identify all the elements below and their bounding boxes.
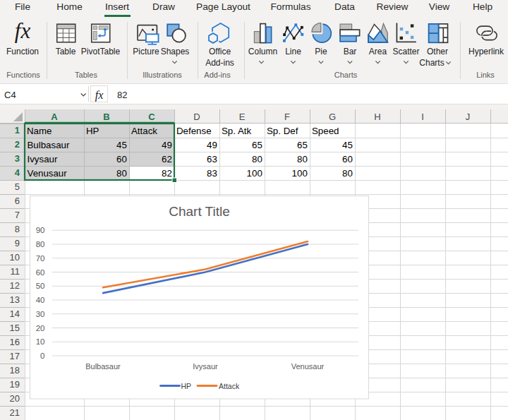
svg-text:20: 20	[10, 393, 20, 404]
svg-text:HP: HP	[181, 382, 192, 390]
svg-text:80: 80	[36, 240, 45, 248]
svg-text:83: 83	[207, 168, 217, 179]
svg-text:16: 16	[10, 337, 20, 347]
svg-text:E: E	[239, 112, 246, 122]
svg-text:5: 5	[15, 181, 20, 192]
svg-text:10: 10	[36, 337, 45, 346]
svg-text:14: 14	[10, 308, 20, 319]
svg-text:Sp. Def: Sp. Def	[267, 126, 298, 136]
svg-text:Bulbasaur: Bulbasaur	[28, 140, 70, 150]
svg-text:fx: fx	[95, 89, 104, 102]
svg-text:Defense: Defense	[176, 126, 212, 136]
svg-text:62: 62	[162, 154, 172, 164]
svg-text:F: F	[284, 112, 290, 122]
svg-text:10: 10	[10, 252, 20, 263]
svg-text:60: 60	[116, 154, 127, 164]
svg-text:J: J	[466, 112, 471, 122]
svg-text:15: 15	[10, 323, 20, 333]
svg-text:Attack: Attack	[219, 382, 240, 390]
svg-text:9: 9	[15, 238, 20, 248]
svg-text:11: 11	[11, 266, 20, 277]
svg-text:20: 20	[36, 324, 45, 332]
svg-text:45: 45	[342, 140, 353, 150]
svg-text:49: 49	[207, 140, 217, 150]
svg-text:80: 80	[342, 168, 353, 179]
svg-text:C: C	[148, 112, 155, 122]
svg-text:40: 40	[36, 296, 45, 304]
svg-text:50: 50	[36, 282, 45, 290]
svg-text:A: A	[51, 112, 58, 122]
svg-text:49: 49	[162, 140, 172, 150]
svg-text:G: G	[329, 112, 336, 122]
svg-text:60: 60	[342, 154, 353, 164]
svg-text:6: 6	[15, 196, 20, 206]
svg-text:Venusaur: Venusaur	[291, 362, 325, 371]
svg-text:80: 80	[297, 154, 308, 164]
svg-text:Speed: Speed	[312, 126, 339, 136]
svg-text:30: 30	[36, 310, 45, 318]
svg-text:82: 82	[162, 168, 172, 179]
svg-text:12: 12	[10, 280, 20, 291]
svg-text:63: 63	[207, 154, 217, 164]
svg-text:Attack: Attack	[131, 126, 157, 136]
svg-text:2: 2	[15, 139, 20, 150]
svg-text:65: 65	[297, 140, 308, 150]
svg-text:21: 21	[10, 407, 20, 418]
svg-text:H: H	[374, 112, 380, 122]
svg-text:Name: Name	[27, 126, 52, 136]
svg-text:17: 17	[10, 351, 20, 361]
svg-text:13: 13	[10, 294, 20, 305]
svg-text:100: 100	[247, 168, 262, 179]
svg-text:Chart Title: Chart Title	[169, 204, 230, 219]
svg-text:fx: fx	[15, 18, 31, 43]
svg-text:0: 0	[40, 352, 44, 360]
svg-text:60: 60	[36, 268, 45, 277]
svg-text:45: 45	[116, 140, 127, 150]
svg-text:4: 4	[15, 167, 20, 178]
svg-text:I: I	[421, 112, 424, 122]
svg-text:70: 70	[36, 254, 45, 263]
svg-text:7: 7	[15, 210, 20, 220]
svg-text:Sp. Atk: Sp. Atk	[222, 126, 251, 136]
svg-text:D: D	[193, 112, 200, 122]
svg-text:8: 8	[15, 224, 20, 234]
svg-text:18: 18	[10, 365, 20, 376]
svg-text:65: 65	[252, 140, 262, 150]
svg-text:HP: HP	[86, 126, 99, 136]
svg-text:Bulbasaur: Bulbasaur	[85, 362, 121, 371]
svg-text:Ivysaur: Ivysaur	[28, 154, 58, 164]
svg-text:1: 1	[15, 125, 20, 136]
svg-text:Ivysaur: Ivysaur	[193, 362, 218, 371]
svg-text:80: 80	[252, 154, 262, 164]
svg-text:90: 90	[36, 226, 45, 234]
svg-text:100: 100	[292, 168, 308, 179]
svg-text:Venusaur: Venusaur	[28, 168, 68, 179]
svg-text:B: B	[103, 112, 109, 122]
svg-text:80: 80	[116, 168, 127, 179]
svg-text:19: 19	[10, 379, 20, 390]
svg-text:3: 3	[15, 153, 20, 164]
